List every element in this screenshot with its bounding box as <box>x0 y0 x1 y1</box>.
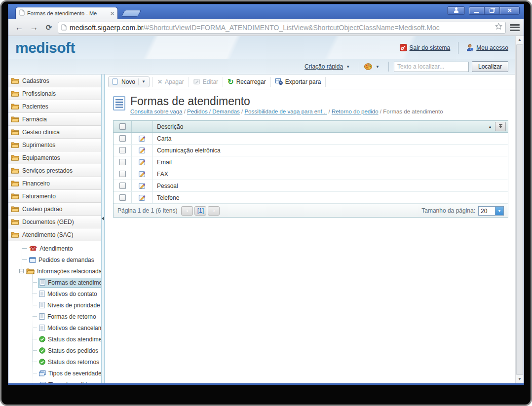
sidebar-folder-item[interactable]: Serviços prestados <box>8 164 101 177</box>
sidebar-folder-item[interactable]: Farmácia <box>8 113 101 126</box>
tab-close-icon[interactable]: ✕ <box>111 11 114 16</box>
sidebar-tree-item[interactable]: Motivos do contato <box>8 288 101 299</box>
delete-button[interactable]: ✕ Apagar <box>153 74 189 89</box>
row-edit-button[interactable] <box>139 183 146 189</box>
sidebar-folder-item[interactable]: Documentos (GED) <box>8 216 101 228</box>
row-checkbox[interactable] <box>119 135 126 142</box>
new-dropdown-icon[interactable]: ▼ <box>142 79 146 84</box>
breadcrumb-link[interactable]: Possibilidade de vaga para enf... <box>244 109 327 114</box>
tree-item-label: Status dos pedidos <box>48 347 98 354</box>
row-checkbox[interactable] <box>119 159 126 165</box>
page-size-select[interactable]: 20 ▼ <box>478 206 504 216</box>
data-grid: Descrição ▲ CartaComunicação eletrônicaE… <box>113 120 508 218</box>
row-edit-button[interactable] <box>139 135 146 142</box>
scroll-up-icon[interactable]: ▲ <box>516 36 524 44</box>
sidebar-tree-item[interactable]: Status dos atendiment <box>8 333 101 345</box>
logout-key-icon <box>400 44 407 51</box>
edit-button[interactable]: Editar <box>189 74 223 89</box>
types-icon <box>39 370 46 376</box>
minimize-button[interactable] <box>469 6 484 15</box>
my-access-link[interactable]: i Meu acesso <box>466 44 508 51</box>
profile-button[interactable] <box>447 6 465 15</box>
sidebar-folder-item[interactable]: Cadastros <box>8 74 101 87</box>
sidebar-tree-item[interactable]: Tipos de severidade <box>8 368 101 379</box>
breadcrumb-link[interactable]: Consulta sobre vaga <box>130 109 182 114</box>
row-edit-button[interactable] <box>139 147 146 154</box>
row-description: Email <box>153 159 508 166</box>
select-all-checkbox[interactable] <box>119 123 126 130</box>
sidebar-folder-item[interactable]: Profissionais <box>8 87 101 100</box>
sidebar-splitter[interactable] <box>101 74 105 383</box>
row-checkbox[interactable] <box>119 183 126 189</box>
theme-dropdown-icon[interactable]: ▼ <box>376 65 380 69</box>
splitter-collapse-icon[interactable] <box>102 217 104 221</box>
row-checkbox[interactable] <box>119 147 126 153</box>
row-checkbox[interactable] <box>119 194 126 201</box>
scrollbar-thumb[interactable] <box>516 44 523 375</box>
breadcrumb-separator: / <box>379 109 383 114</box>
current-page-button[interactable]: [1] <box>194 206 206 216</box>
close-button[interactable]: ✕ <box>499 6 520 15</box>
quick-create-dropdown-icon[interactable]: ▼ <box>346 65 350 69</box>
sidebar-tree-item[interactable]: ☎Atendimento <box>8 243 101 254</box>
sidebar-tree-item[interactable]: Status dos retornos <box>8 356 101 368</box>
user-icon: i <box>466 44 474 51</box>
sidebar-folder-label: Documentos (GED) <box>22 219 74 225</box>
sidebar-tree-item[interactable]: Formas de atendiment <box>8 277 101 288</box>
sidebar-folder-item[interactable]: Custeio padrão <box>8 203 101 216</box>
sidebar-folder-item[interactable]: Financeiro <box>8 177 101 190</box>
back-button[interactable]: ← <box>13 23 25 32</box>
export-button[interactable]: Exportar para <box>271 74 326 89</box>
reload-button[interactable]: ⟳ <box>43 24 55 31</box>
column-header-descricao[interactable]: Descrição <box>153 123 508 130</box>
sidebar-folder-label: Equipamentos <box>22 154 60 161</box>
browser-tab[interactable]: Formas de atendimento - Me ✕ <box>15 7 118 19</box>
table-row[interactable]: Telefone <box>114 192 508 204</box>
maximize-button[interactable] <box>484 6 499 15</box>
bookmark-star-icon[interactable] <box>495 23 502 32</box>
table-row[interactable]: Email <box>114 156 508 168</box>
search-button[interactable]: Localizar <box>472 61 508 72</box>
table-row[interactable]: Pessoal <box>114 180 508 192</box>
search-input[interactable] <box>394 62 469 72</box>
sidebar-tree-item[interactable]: Informações relacionadas <box>8 265 101 277</box>
sidebar-folder-item[interactable]: Suprimentos <box>8 139 101 151</box>
sidebar-tree-item[interactable]: Níveis de prioridade <box>8 299 101 311</box>
browser-menu-icon[interactable] <box>510 23 520 32</box>
url-bar[interactable]: medisoft.sigaerp.com.br/#ShortcutViewID=… <box>58 22 506 34</box>
prev-page-button[interactable]: ‹ <box>181 206 193 216</box>
row-edit-button[interactable] <box>139 171 146 178</box>
breadcrumb-link[interactable]: Pedidos / Demandas <box>187 109 240 114</box>
app-header: medisoft Sair do sistema i Meu acesso <box>8 36 515 74</box>
new-tab-button[interactable] <box>121 10 141 17</box>
sidebar-tree-item[interactable]: Motivos de cancelamer <box>8 322 101 333</box>
sidebar-folder-item[interactable]: Faturamento <box>8 190 101 203</box>
breadcrumb-link[interactable]: Retorno do pedido <box>332 109 379 114</box>
sidebar-folder-item[interactable]: Equipamentos <box>8 151 101 164</box>
quick-create-link[interactable]: Criação rápida <box>304 63 343 70</box>
reload-list-button[interactable]: ↻ Recarregar <box>223 74 270 89</box>
browser-scrollbar[interactable]: ▲ ▼ <box>515 36 524 383</box>
table-row[interactable]: Comunicação eletrônica <box>114 145 508 156</box>
logout-link[interactable]: Sair do sistema <box>400 44 451 51</box>
sidebar-tree-item[interactable]: Status dos pedidos <box>8 345 101 356</box>
next-page-button[interactable]: › <box>208 206 220 216</box>
collapse-expander-icon[interactable] <box>19 269 24 273</box>
row-edit-button[interactable] <box>139 194 146 201</box>
row-edit-button[interactable] <box>139 159 146 166</box>
theme-palette-icon[interactable] <box>364 63 373 70</box>
sidebar-tree-item[interactable]: Formas de retorno <box>8 311 101 322</box>
row-checkbox[interactable] <box>119 171 126 177</box>
sidebar-folder-item[interactable]: Pacientes <box>8 100 101 113</box>
table-row[interactable]: FAX <box>114 168 508 180</box>
table-row[interactable]: Carta <box>114 133 508 145</box>
new-button[interactable]: Novo ▼ <box>108 76 150 87</box>
column-menu-button[interactable] <box>495 122 506 131</box>
forward-button[interactable]: → <box>28 23 40 32</box>
sidebar-tree-item[interactable]: Pedidos e demandas <box>8 254 101 265</box>
sidebar-folder-item[interactable]: Gestão clínica <box>8 126 101 139</box>
sidebar-tree-item[interactable]: Tipos de pedidos <box>8 379 101 383</box>
sidebar-folder-item[interactable]: Atendimento (SAC) <box>8 228 101 241</box>
sort-ascending-icon[interactable]: ▲ <box>488 125 492 129</box>
scroll-down-icon[interactable]: ▼ <box>516 375 524 383</box>
